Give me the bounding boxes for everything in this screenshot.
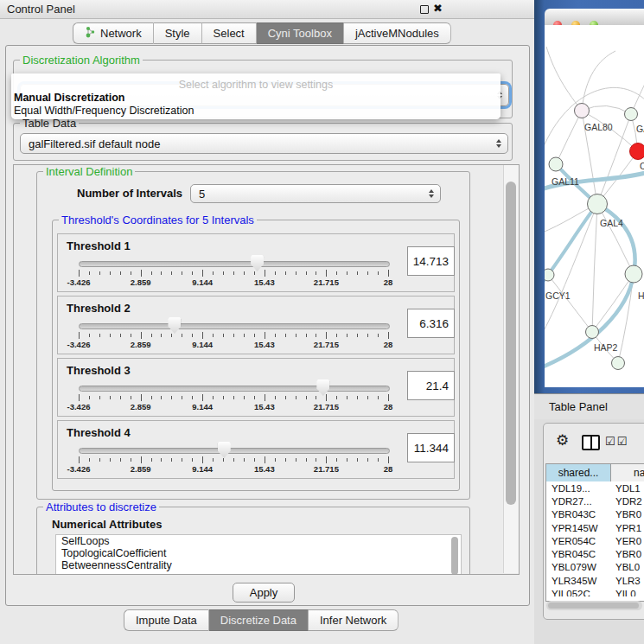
tick-label: 9.144: [192, 402, 213, 411]
list-item[interactable]: SelfLoops: [56, 535, 461, 547]
column-header-name[interactable]: na: [611, 464, 644, 481]
popup-option-equal-width-frequency[interactable]: Equal Width/Frequency Discretization: [14, 105, 194, 117]
threshold-3-slider[interactable]: [79, 386, 390, 392]
tick-label: 15.43: [254, 277, 275, 287]
network-node[interactable]: [612, 357, 625, 370]
network-node-label: C: [640, 161, 644, 171]
tab-impute-data[interactable]: Impute Data: [124, 609, 209, 631]
threshold-2-slider[interactable]: [79, 323, 390, 329]
thresholds-group-label: Threshold's Coordinates for 5 Intervals: [59, 214, 257, 226]
tab-jactivemnodules[interactable]: jActiveMNodules: [344, 22, 451, 44]
cell-name: YLR3: [611, 576, 644, 586]
table-body: YDL19...YDL1YDR27...YDR2YBR043CYBR0YPR14…: [546, 481, 644, 596]
tick-label: 2.859: [131, 464, 151, 474]
numerical-attributes-label: Numerical Attributes: [52, 518, 162, 531]
threshold-1-value-field[interactable]: 14.713: [407, 246, 455, 276]
tab-network[interactable]: Network: [73, 22, 154, 44]
threshold-3-value-field[interactable]: 21.4: [407, 371, 455, 400]
network-node[interactable]: [575, 104, 590, 118]
threshold-1-slider[interactable]: [79, 261, 390, 267]
table-row[interactable]: YPR145WYPR1: [546, 521, 644, 534]
tick-label: 2.859: [131, 340, 151, 349]
network-node-label: H: [638, 290, 644, 301]
cyni-toolbox-panel: Discretization Algorithm Table Data galF…: [5, 45, 530, 606]
list-item[interactable]: TopologicalCoefficient: [56, 547, 461, 559]
network-canvas[interactable]: GAL80GACGAL11GAL4GCY1HHAP2: [545, 25, 644, 387]
table-row[interactable]: YIL052CYIL0: [546, 587, 644, 596]
table-row[interactable]: YLR345WYLR3: [546, 574, 644, 587]
table-row[interactable]: YBR045CYBR0: [546, 547, 644, 560]
threshold-4-value-field[interactable]: 11.344: [407, 433, 455, 462]
cell-shared-name: YER054C: [546, 536, 611, 546]
tab-cyni-toolbox[interactable]: Cyni Toolbox: [257, 22, 344, 44]
top-tab-bar: Network Style Select Cyni Toolbox jActiv…: [73, 22, 451, 44]
cell-name: YDR2: [611, 496, 644, 507]
threshold-2-value-field[interactable]: 6.316: [407, 309, 455, 338]
network-node[interactable]: [625, 265, 642, 283]
network-node-label: GCY1: [545, 290, 571, 301]
table-data-select[interactable]: galFiltered.sif default node: [20, 133, 508, 154]
network-node[interactable]: [586, 326, 599, 339]
cell-shared-name: YDR27...: [546, 496, 611, 507]
vertical-scrollbar-thumb[interactable]: [506, 182, 516, 505]
table-row[interactable]: YBR043CYBR0: [546, 508, 644, 521]
network-node[interactable]: [588, 194, 608, 214]
tick-label: 15.43: [254, 340, 275, 349]
attributes-group-label: Attributes to discretize: [43, 501, 159, 513]
network-node-label: GAL80: [584, 122, 613, 132]
cell-shared-name: YBL079W: [546, 562, 611, 572]
list-item[interactable]: BetweennessCentrality: [56, 559, 461, 571]
popup-option-manual-discretization[interactable]: Manual Discretization: [14, 92, 125, 104]
close-icon[interactable]: ✖: [433, 2, 443, 15]
interval-definition-group-label: Interval Definition: [43, 166, 135, 177]
discretization-algorithm-group-label: Discretization Algorithm: [20, 54, 143, 66]
table-header-row: shared... na: [546, 464, 644, 482]
tick-label: -3.426: [67, 402, 91, 411]
cell-shared-name: YDL19...: [546, 483, 611, 494]
tick-label: 2.859: [131, 277, 151, 287]
slider-ticks: [79, 456, 388, 465]
threshold-1-panel: Threshold 1 14.713 -3.4262.8599.14415.43…: [57, 233, 455, 292]
table-hscrollbar-track[interactable]: [546, 601, 642, 610]
tab-select[interactable]: Select: [202, 22, 257, 44]
network-node-label: HAP2: [594, 342, 618, 353]
network-node[interactable]: [630, 143, 644, 160]
column-header-shared[interactable]: shared...: [546, 464, 611, 481]
tick-label: 15.43: [254, 402, 275, 411]
cell-name: YPR1: [611, 523, 644, 533]
tick-label: 21.715: [314, 340, 339, 349]
threshold-4-slider[interactable]: [79, 448, 390, 454]
network-node[interactable]: [549, 157, 563, 171]
threshold-2-label: Threshold 2: [67, 302, 131, 315]
tab-infer-network[interactable]: Infer Network: [309, 609, 399, 631]
threshold-1-label: Threshold 1: [67, 239, 131, 252]
threshold-3-panel: Threshold 3 21.4 -3.4262.8599.14415.4321…: [57, 358, 455, 417]
cell-shared-name: YBR045C: [546, 549, 611, 559]
table-row[interactable]: YBL079WYBL0: [546, 561, 644, 574]
table-row[interactable]: YER054CYER0: [546, 534, 644, 547]
tab-label: Network: [100, 27, 142, 40]
tick-label: 28: [384, 277, 393, 287]
network-node[interactable]: [625, 108, 638, 121]
table-row[interactable]: YDL19...YDL1: [546, 481, 644, 494]
float-window-icon[interactable]: [420, 5, 429, 14]
threshold-2-panel: Threshold 2 6.316 -3.4262.8599.14415.432…: [57, 296, 455, 354]
tab-discretize-data[interactable]: Discretize Data: [209, 609, 309, 631]
window-title: Control Panel: [7, 3, 75, 16]
tick-label: 9.144: [192, 464, 213, 474]
number-of-intervals-select[interactable]: 5: [190, 184, 441, 203]
table-hscrollbar-thumb[interactable]: [548, 603, 639, 609]
slider-ticks: [79, 394, 388, 403]
gear-icon[interactable]: ⚙: [556, 431, 569, 450]
tick-label: 21.715: [314, 464, 339, 474]
vertical-scrollbar-track[interactable]: [503, 165, 519, 573]
checkbox-columns-icon[interactable]: ☑☑: [605, 435, 628, 448]
network-node[interactable]: [545, 269, 554, 281]
tab-style[interactable]: Style: [154, 22, 202, 44]
tick-label: 21.715: [314, 277, 339, 287]
apply-button[interactable]: Apply: [233, 583, 295, 603]
table-row[interactable]: YDR27...YDR2: [546, 494, 644, 507]
column-view-icon[interactable]: [582, 435, 600, 450]
list-scrollbar[interactable]: [451, 537, 458, 575]
cell-name: YBR0: [611, 549, 644, 559]
